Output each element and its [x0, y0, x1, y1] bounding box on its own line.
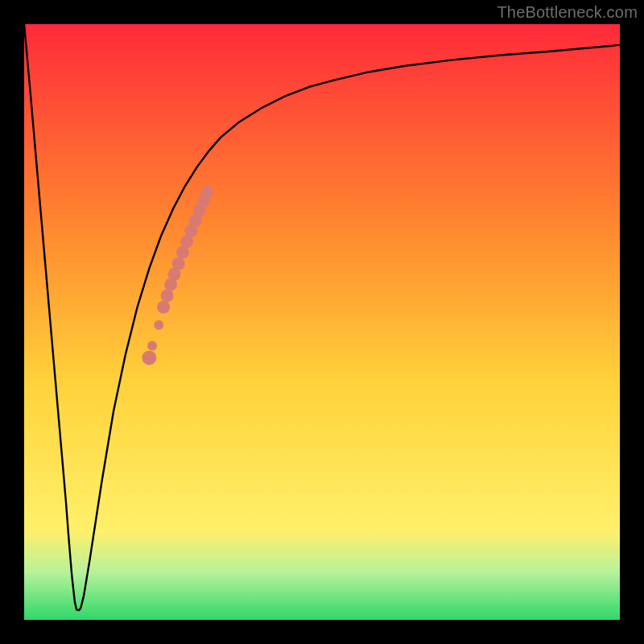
data-point	[161, 289, 174, 302]
data-point	[200, 186, 213, 199]
data-point	[157, 301, 170, 314]
plot-area	[24, 24, 620, 620]
data-point	[147, 341, 157, 351]
data-point	[154, 320, 163, 330]
bottleneck-chart	[0, 0, 644, 644]
chart-stage: TheBottleneck.com	[0, 0, 644, 644]
data-point	[172, 257, 185, 270]
watermark-label: TheBottleneck.com	[497, 3, 638, 22]
data-point	[142, 350, 156, 365]
